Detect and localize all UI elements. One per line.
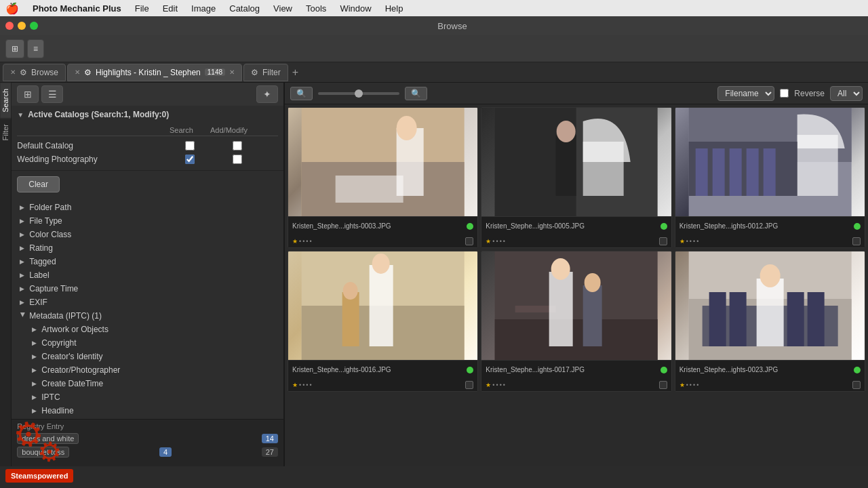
dot-4: • [696, 238, 698, 245]
tree-item-tagged[interactable]: ▶ Tagged [17, 255, 278, 268]
default-catalog-search-checkbox[interactable] [185, 141, 195, 150]
catalog-row-default: Default Catalog [17, 139, 278, 152]
tab-highlights[interactable]: ✕ ⚙ Highlights - Kristin _ Stephen 1148 … [67, 64, 242, 81]
dot-4: • [696, 382, 698, 388]
photo-check-0003[interactable] [465, 237, 473, 245]
photo-stars-0012[interactable]: ★ • • • • [679, 238, 699, 245]
bottom-count-1: 14 [262, 434, 278, 443]
default-catalog-add-checkbox[interactable] [233, 141, 242, 150]
photo-stars-0023[interactable]: ★ • • • • [679, 382, 699, 388]
photo-stars-bar-0016: ★ • • • • [288, 379, 477, 391]
photo-cell-0003[interactable]: Kristen_Stephe...ights-0003.JPG ★ • • • … [288, 107, 478, 248]
tree-arrow-label: ▶ [20, 272, 26, 279]
tree-item-metadata[interactable]: ▶ Metadata (IPTC) (1) [17, 309, 278, 323]
photo-stars-0003[interactable]: ★ • • • • [292, 238, 312, 245]
photo-stars-0005[interactable]: ★ • • • • [486, 238, 505, 245]
tab-browse-close[interactable]: ✕ [10, 68, 16, 76]
tree-item-folder-path[interactable]: ▶ Folder Path [17, 201, 278, 214]
tree-item-iptc[interactable]: ▶ IPTC [29, 390, 278, 404]
photo-cell-0012[interactable]: Kristen_Stephe...ights-0012.JPG ★ • • • … [675, 107, 865, 248]
filter-all-select[interactable]: All [830, 86, 863, 101]
reverse-checkbox[interactable] [780, 89, 789, 98]
wedding-add-checkbox[interactable] [233, 155, 242, 164]
tree-item-rating[interactable]: ▶ Rating [17, 241, 278, 255]
svg-point-8 [557, 121, 576, 142]
panel-grid-button[interactable]: ⊞ [17, 85, 39, 103]
photo-label-bar-0023: Kristen_Stephe...ights-0023.JPG [675, 360, 865, 379]
tree-label-creator-identity: Creator's Identity [41, 352, 102, 361]
panel-list-button[interactable]: ☰ [41, 85, 63, 103]
minimize-button[interactable] [18, 22, 26, 30]
tree-item-artwork[interactable]: ▶ Artwork or Objects [29, 323, 278, 336]
filter-tree: ▶ Folder Path ▶ File Type ▶ Color Class … [12, 198, 283, 419]
photo-filename-0005: Kristen_Stephe...ights-0005.JPG [486, 222, 657, 230]
tab-browse[interactable]: ✕ ⚙ Browse [3, 64, 66, 81]
menu-image[interactable]: Image [189, 3, 218, 14]
panel-star-button[interactable]: ✦ [256, 85, 278, 103]
tree-item-creator-photographer[interactable]: ▶ Creator/Photographer [29, 363, 278, 377]
menu-help[interactable]: Help [382, 3, 406, 14]
wedding-search-checkbox[interactable] [185, 155, 195, 164]
svg-rect-17 [746, 148, 758, 196]
add-tab-button[interactable]: + [292, 66, 298, 79]
dot-1: • [686, 238, 688, 245]
zoom-in-button[interactable]: 🔍 [405, 87, 427, 100]
star-1: ★ [679, 238, 685, 245]
menu-edit[interactable]: Edit [160, 3, 180, 14]
photo-grid: Kristen_Stephe...ights-0003.JPG ★ • • • … [285, 104, 868, 466]
side-tab-filter[interactable]: Filter [0, 118, 11, 146]
dot-2: • [302, 238, 304, 245]
maximize-button[interactable] [30, 22, 38, 30]
tab-highlights-close[interactable]: ✕ [75, 68, 80, 76]
tree-item-creator-identity[interactable]: ▶ Creator's Identity [29, 350, 278, 363]
app-name[interactable]: Photo Mechanic Plus [30, 3, 124, 14]
tree-item-headline[interactable]: ▶ Headline [29, 404, 278, 418]
photo-cell-0017[interactable]: Kristen_Stephe...ights-0017.JPG ★ • • • … [481, 251, 671, 392]
tree-item-capture-time[interactable]: ▶ Capture Time [17, 282, 278, 296]
photo-check-0012[interactable] [852, 237, 861, 245]
tree-item-copyright[interactable]: ▶ Copyright [29, 336, 278, 350]
star-1: ★ [292, 238, 298, 245]
tree-arrow-metadata: ▶ [20, 312, 26, 319]
menu-file[interactable]: File [132, 3, 152, 14]
menu-window[interactable]: Window [337, 3, 374, 14]
clear-button[interactable]: Clear [17, 176, 60, 192]
tab-filter[interactable]: ⚙ Filter [243, 64, 288, 81]
tree-item-exif[interactable]: ▶ EXIF [17, 296, 278, 309]
sort-by-select[interactable]: Filename [717, 86, 774, 101]
tree-arrow-exif: ▶ [20, 299, 26, 306]
photo-check-0005[interactable] [659, 237, 667, 245]
left-area: Search Filter ⊞ ☰ ✦ [0, 83, 285, 466]
menu-catalog[interactable]: Catalog [226, 3, 262, 14]
tree-item-color-class[interactable]: ▶ Color Class [17, 228, 278, 241]
catalog-expand-icon[interactable]: ▼ [17, 111, 24, 119]
side-tab-search[interactable]: Search [0, 83, 11, 118]
catalog-view-button[interactable]: ⊞ [5, 39, 24, 58]
tree-item-create-datetime[interactable]: ▶ Create DateTime [29, 377, 278, 390]
photo-filename-0016: Kristen_Stephe...ights-0016.JPG [292, 366, 464, 373]
menu-tools[interactable]: Tools [303, 3, 329, 14]
photo-stars-0017[interactable]: ★ • • • • [486, 382, 505, 388]
list-view-button[interactable]: ≡ [27, 39, 44, 58]
close-button[interactable] [5, 22, 14, 30]
thumbnail-size-slider[interactable] [318, 92, 399, 95]
photo-check-0017[interactable] [659, 381, 667, 389]
photo-check-0016[interactable] [465, 381, 473, 389]
photo-label-bar-0016: Kristen_Stephe...ights-0016.JPG [288, 360, 477, 379]
tree-label-label: Label [29, 270, 49, 280]
photo-cell-0023[interactable]: Kristen_Stephe...ights-0023.JPG ★ • • • … [675, 251, 865, 392]
photo-stars-0016[interactable]: ★ • • • • [292, 382, 312, 388]
tab-filter-label: Filter [262, 68, 281, 77]
tab-highlights-close2[interactable]: ✕ [229, 68, 235, 76]
tree-item-file-type[interactable]: ▶ File Type [17, 214, 278, 228]
tree-arrow-folder-path: ▶ [20, 204, 26, 211]
photo-cell-0005[interactable]: Kristen_Stephe...ights-0005.JPG ★ • • • … [481, 107, 671, 248]
zoom-out-button[interactable]: 🔍 [290, 87, 313, 100]
tree-arrow-file-type: ▶ [20, 218, 26, 224]
menu-view[interactable]: View [271, 3, 295, 14]
photo-check-0023[interactable] [852, 381, 861, 389]
apple-icon[interactable]: 🍎 [5, 2, 19, 15]
photo-cell-0016[interactable]: Kristen_Stephe...ights-0016.JPG ★ • • • … [288, 251, 478, 392]
tree-item-label[interactable]: ▶ Label [17, 268, 278, 282]
tree-label-copyright: Copyright [41, 338, 76, 348]
